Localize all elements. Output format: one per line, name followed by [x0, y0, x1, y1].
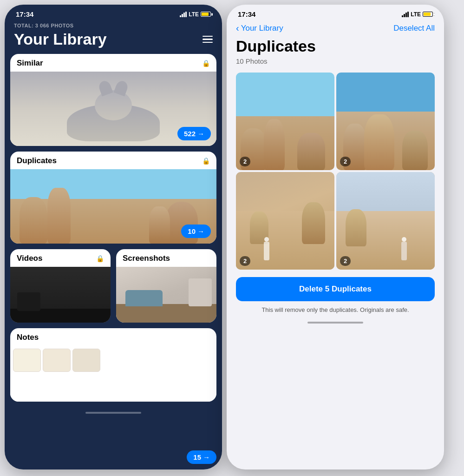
videos-card-title: Videos: [17, 254, 42, 263]
left-time: 17:34: [16, 10, 33, 18]
left-status-bar: 17:34 LTE: [5, 5, 222, 21]
safety-text: This will remove only the duplicates. Or…: [236, 306, 435, 314]
right-battery-icon: [423, 12, 433, 17]
screenshots-card-title: Screenshots: [123, 254, 170, 263]
right-main-title: Duplicates: [236, 37, 435, 55]
videos-card-image: [10, 267, 111, 323]
videos-card[interactable]: Videos 🔒: [10, 249, 111, 323]
photo-badge-2: 2: [340, 157, 351, 166]
left-header: TOTAL: 3 066 PHOTOS Your Library: [5, 21, 222, 54]
screenshots-card-image: [116, 267, 216, 323]
duplicates-badge[interactable]: 10 →: [181, 225, 211, 238]
back-button[interactable]: ‹ Your Library: [236, 23, 283, 33]
home-indicator-right: [307, 322, 363, 324]
home-indicator-left: [85, 412, 141, 414]
right-phone: 17:34 LTE ‹ Your Library: [227, 5, 444, 469]
right-status-icons: LTE: [402, 11, 433, 18]
two-col-row: Videos 🔒 Screenshots: [10, 249, 216, 323]
right-lte-label: LTE: [411, 11, 421, 18]
right-signal-bars-icon: [402, 12, 409, 17]
left-status-icons: LTE: [180, 11, 211, 18]
lte-label: LTE: [189, 11, 199, 18]
similar-card-title: Similar: [17, 59, 43, 68]
photo-cell-4[interactable]: 2: [336, 172, 435, 270]
card-list: Similar 🔒 522 → D: [5, 54, 222, 407]
photo-badge-4: 2: [340, 256, 351, 266]
notes-card-image: [10, 346, 216, 402]
photo-cell-2[interactable]: 2: [336, 73, 435, 170]
photo-badge-3: 2: [240, 256, 250, 266]
right-nav-bar: ‹ Your Library Deselect All: [227, 21, 444, 37]
right-subtitle: 10 Photos: [236, 57, 435, 65]
deselect-all-button[interactable]: Deselect All: [393, 24, 435, 33]
back-label: Your Library: [241, 24, 283, 33]
duplicates-card-title: Duplicates: [17, 156, 57, 165]
right-status-bar: 17:34 LTE: [227, 5, 444, 21]
similar-card[interactable]: Similar 🔒 522 →: [10, 54, 216, 146]
left-main-title: Your Library: [14, 30, 107, 48]
total-label: TOTAL: 3 066 PHOTOS: [14, 23, 213, 28]
photo-cell-1[interactable]: 2: [236, 73, 334, 170]
lock-icon: 🔒: [202, 60, 210, 67]
chevron-left-icon: ‹: [236, 23, 239, 33]
screenshots-card[interactable]: Screenshots 15 →: [116, 249, 216, 323]
videos-lock-icon: 🔒: [96, 255, 104, 262]
battery-icon: [201, 12, 211, 17]
menu-icon[interactable]: [203, 36, 213, 43]
signal-bars-icon: [180, 12, 187, 17]
duplicates-lock-icon: 🔒: [202, 157, 210, 165]
photo-grid: 2 2 2: [236, 73, 435, 270]
right-time: 17:34: [238, 10, 255, 18]
delete-duplicates-button[interactable]: Delete 5 Duplicates: [236, 277, 435, 301]
notes-card-title: Notes: [17, 333, 39, 342]
duplicates-card[interactable]: Duplicates 🔒 10 →: [10, 152, 216, 244]
similar-badge[interactable]: 522 →: [177, 127, 211, 140]
right-content: Duplicates 10 Photos 2 2: [227, 37, 444, 314]
photo-badge-1: 2: [240, 157, 250, 166]
photo-cell-3[interactable]: 2: [236, 172, 334, 270]
left-phone: 17:34 LTE TOTAL: 3 066 PHOTOS Your Libra…: [5, 5, 222, 469]
notes-card[interactable]: Notes: [10, 328, 216, 402]
